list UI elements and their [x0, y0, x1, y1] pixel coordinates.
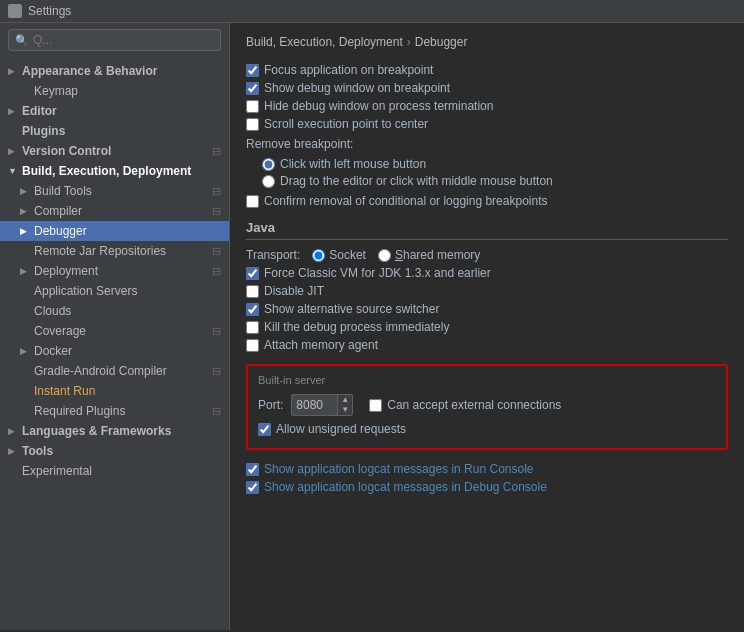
- socket-option[interactable]: Socket: [312, 248, 366, 262]
- port-increment-button[interactable]: ▲: [338, 395, 352, 405]
- sidebar-item-clouds[interactable]: Clouds: [0, 301, 229, 321]
- confirm-removal-checkbox[interactable]: [246, 195, 259, 208]
- sidebar-item-build[interactable]: ▼Build, Execution, Deployment: [0, 161, 229, 181]
- click-left-option[interactable]: Click with left mouse button: [262, 157, 728, 171]
- disable-jit-option[interactable]: Disable JIT: [246, 284, 728, 298]
- scroll-exec-option[interactable]: Scroll execution point to center: [246, 117, 728, 131]
- allow-unsigned-checkbox[interactable]: [258, 423, 271, 436]
- sidebar-item-instant-run[interactable]: Instant Run: [0, 381, 229, 401]
- hide-debug-checkbox[interactable]: [246, 100, 259, 113]
- breadcrumb-sep: ›: [407, 35, 411, 49]
- sidebar-item-compiler[interactable]: ▶Compiler⊟: [0, 201, 229, 221]
- logcat-debug-label[interactable]: Show application logcat messages in Debu…: [264, 480, 547, 494]
- port-decrement-button[interactable]: ▼: [338, 405, 352, 415]
- show-debug-window-option[interactable]: Show debug window on breakpoint: [246, 81, 728, 95]
- sidebar-item-app-servers[interactable]: Application Servers: [0, 281, 229, 301]
- logcat-run-console-option[interactable]: Show application logcat messages in Run …: [246, 462, 728, 476]
- logcat-debug-console-option[interactable]: Show application logcat messages in Debu…: [246, 480, 728, 494]
- sidebar-label-tools: Tools: [22, 444, 53, 458]
- port-input[interactable]: [292, 396, 337, 414]
- sidebar-item-editor[interactable]: ▶Editor: [0, 101, 229, 121]
- search-box[interactable]: 🔍: [8, 29, 221, 51]
- can-accept-checkbox[interactable]: [369, 399, 382, 412]
- sidebar-item-keymap[interactable]: Keymap: [0, 81, 229, 101]
- sidebar-label-required-plugins: Required Plugins: [34, 404, 125, 418]
- sidebar-item-tools[interactable]: ▶Tools: [0, 441, 229, 461]
- logcat-debug-checkbox[interactable]: [246, 481, 259, 494]
- force-classic-checkbox[interactable]: [246, 267, 259, 280]
- scroll-exec-label[interactable]: Scroll execution point to center: [264, 117, 428, 131]
- click-left-radio[interactable]: [262, 158, 275, 171]
- hide-debug-label[interactable]: Hide debug window on process termination: [264, 99, 493, 113]
- kill-debug-checkbox[interactable]: [246, 321, 259, 334]
- title-bar: Settings: [0, 0, 744, 23]
- show-alt-source-label[interactable]: Show alternative source switcher: [264, 302, 439, 316]
- search-input[interactable]: [33, 33, 214, 47]
- can-accept-option[interactable]: Can accept external connections: [369, 398, 561, 412]
- sidebar-label-experimental: Experimental: [22, 464, 92, 478]
- sidebar-label-remote-jar: Remote Jar Repositories: [34, 244, 166, 258]
- allow-unsigned-label[interactable]: Allow unsigned requests: [276, 422, 406, 436]
- sidebar-item-vcs[interactable]: ▶Version Control⊟: [0, 141, 229, 161]
- nav-icon-right-remote-jar: ⊟: [212, 245, 221, 258]
- sidebar-label-debugger: Debugger: [34, 224, 87, 238]
- sidebar-item-build-tools[interactable]: ▶Build Tools⊟: [0, 181, 229, 201]
- socket-radio[interactable]: [312, 249, 325, 262]
- shared-memory-option[interactable]: Shared memory: [378, 248, 480, 262]
- logcat-run-checkbox[interactable]: [246, 463, 259, 476]
- confirm-removal-label[interactable]: Confirm removal of conditional or loggin…: [264, 194, 547, 208]
- sidebar-item-coverage[interactable]: Coverage⊟: [0, 321, 229, 341]
- allow-unsigned-option[interactable]: Allow unsigned requests: [258, 422, 716, 436]
- click-left-label[interactable]: Click with left mouse button: [280, 157, 426, 171]
- sidebar-item-debugger[interactable]: ▶Debugger: [0, 221, 229, 241]
- sidebar-label-vcs: Version Control: [22, 144, 111, 158]
- show-alt-source-checkbox[interactable]: [246, 303, 259, 316]
- force-classic-label[interactable]: Force Classic VM for JDK 1.3.x and earli…: [264, 266, 491, 280]
- logcat-debug-label-text: Show application logcat messages in Debu…: [264, 480, 547, 494]
- focus-app-label[interactable]: Focus application on breakpoint: [264, 63, 433, 77]
- kill-debug-option[interactable]: Kill the debug process immediately: [246, 320, 728, 334]
- focus-app-checkbox[interactable]: [246, 64, 259, 77]
- sidebar-item-remote-jar[interactable]: Remote Jar Repositories⊟: [0, 241, 229, 261]
- confirm-removal-option[interactable]: Confirm removal of conditional or loggin…: [246, 194, 728, 208]
- drag-editor-option[interactable]: Drag to the editor or click with middle …: [262, 174, 728, 188]
- sidebar-item-gradle-android[interactable]: Gradle-Android Compiler⊟: [0, 361, 229, 381]
- disable-jit-label[interactable]: Disable JIT: [264, 284, 324, 298]
- attach-memory-option[interactable]: Attach memory agent: [246, 338, 728, 352]
- sidebar-label-deployment: Deployment: [34, 264, 98, 278]
- show-debug-checkbox[interactable]: [246, 82, 259, 95]
- sidebar-label-compiler: Compiler: [34, 204, 82, 218]
- sidebar-label-coverage: Coverage: [34, 324, 86, 338]
- built-in-server-section: Built-in server Port: ▲ ▼ Can accept ext…: [246, 364, 728, 450]
- sidebar-label-editor: Editor: [22, 104, 57, 118]
- settings-icon: [8, 4, 22, 18]
- sidebar-label-instant-run: Instant Run: [34, 384, 95, 398]
- sidebar-item-languages[interactable]: ▶Languages & Frameworks: [0, 421, 229, 441]
- sidebar-item-plugins[interactable]: Plugins: [0, 121, 229, 141]
- drag-editor-label[interactable]: Drag to the editor or click with middle …: [280, 174, 553, 188]
- port-spinners: ▲ ▼: [337, 395, 352, 415]
- sidebar-label-build: Build, Execution, Deployment: [22, 164, 191, 178]
- force-classic-option[interactable]: Force Classic VM for JDK 1.3.x and earli…: [246, 266, 728, 280]
- sidebar-label-docker: Docker: [34, 344, 72, 358]
- sidebar-item-required-plugins[interactable]: Required Plugins⊟: [0, 401, 229, 421]
- sidebar-item-docker[interactable]: ▶Docker: [0, 341, 229, 361]
- sidebar-item-experimental[interactable]: Experimental: [0, 461, 229, 481]
- disable-jit-checkbox[interactable]: [246, 285, 259, 298]
- can-accept-label[interactable]: Can accept external connections: [387, 398, 561, 412]
- focus-app-option[interactable]: Focus application on breakpoint: [246, 63, 728, 77]
- attach-memory-label[interactable]: Attach memory agent: [264, 338, 378, 352]
- logcat-run-label[interactable]: Show application logcat messages in Run …: [264, 462, 534, 476]
- kill-debug-label[interactable]: Kill the debug process immediately: [264, 320, 449, 334]
- shared-memory-radio[interactable]: [378, 249, 391, 262]
- drag-editor-radio[interactable]: [262, 175, 275, 188]
- nav-arrow-languages: ▶: [8, 426, 18, 436]
- sidebar-item-deployment[interactable]: ▶Deployment⊟: [0, 261, 229, 281]
- sidebar-item-appearance[interactable]: ▶Appearance & Behavior: [0, 61, 229, 81]
- breadcrumb-part1: Build, Execution, Deployment: [246, 35, 403, 49]
- show-alt-source-option[interactable]: Show alternative source switcher: [246, 302, 728, 316]
- show-debug-label[interactable]: Show debug window on breakpoint: [264, 81, 450, 95]
- scroll-exec-checkbox[interactable]: [246, 118, 259, 131]
- hide-debug-window-option[interactable]: Hide debug window on process termination: [246, 99, 728, 113]
- attach-memory-checkbox[interactable]: [246, 339, 259, 352]
